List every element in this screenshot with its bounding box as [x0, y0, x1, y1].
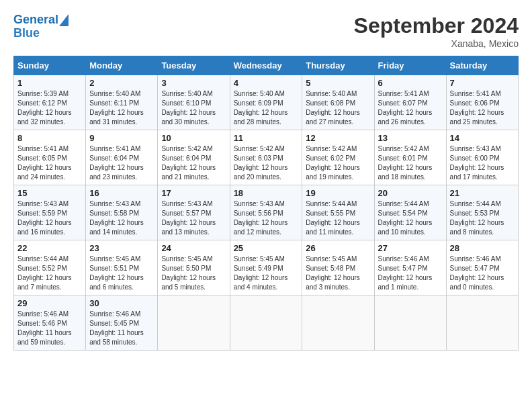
location: Xanaba, Mexico	[354, 38, 519, 49]
day-header-friday: Friday	[374, 56, 446, 75]
calendar-table: SundayMondayTuesdayWednesdayThursdayFrid…	[13, 56, 519, 351]
calendar-day-28: 28Sunrise: 5:46 AM Sunset: 5:47 PM Dayli…	[446, 240, 518, 295]
calendar-day-12: 12Sunrise: 5:42 AM Sunset: 6:02 PM Dayli…	[302, 130, 374, 185]
calendar-week-3: 15Sunrise: 5:43 AM Sunset: 5:59 PM Dayli…	[14, 185, 519, 240]
calendar-day-9: 9Sunrise: 5:41 AM Sunset: 6:04 PM Daylig…	[86, 130, 158, 185]
calendar-day-30: 30Sunrise: 5:46 AM Sunset: 5:45 PM Dayli…	[86, 295, 158, 351]
calendar-week-4: 22Sunrise: 5:44 AM Sunset: 5:52 PM Dayli…	[14, 240, 519, 295]
calendar-day-19: 19Sunrise: 5:44 AM Sunset: 5:55 PM Dayli…	[302, 185, 374, 240]
calendar-day-20: 20Sunrise: 5:44 AM Sunset: 5:54 PM Dayli…	[374, 185, 446, 240]
calendar-day-27: 27Sunrise: 5:46 AM Sunset: 5:47 PM Dayli…	[374, 240, 446, 295]
calendar-day-26: 26Sunrise: 5:45 AM Sunset: 5:48 PM Dayli…	[302, 240, 374, 295]
day-header-sunday: Sunday	[14, 56, 86, 75]
calendar-day-16: 16Sunrise: 5:43 AM Sunset: 5:58 PM Dayli…	[86, 185, 158, 240]
page-header: General Blue September 2024 Xanaba, Mexi…	[13, 13, 519, 49]
calendar-week-1: 1Sunrise: 5:39 AM Sunset: 6:12 PM Daylig…	[14, 75, 519, 130]
calendar-day-21: 21Sunrise: 5:44 AM Sunset: 5:53 PM Dayli…	[446, 185, 518, 240]
calendar-day-10: 10Sunrise: 5:42 AM Sunset: 6:04 PM Dayli…	[158, 130, 230, 185]
empty-cell	[374, 295, 446, 351]
calendar-day-11: 11Sunrise: 5:42 AM Sunset: 6:03 PM Dayli…	[230, 130, 302, 185]
calendar-day-29: 29Sunrise: 5:46 AM Sunset: 5:46 PM Dayli…	[14, 295, 86, 351]
day-header-saturday: Saturday	[446, 56, 518, 75]
calendar-day-13: 13Sunrise: 5:42 AM Sunset: 6:01 PM Dayli…	[374, 130, 446, 185]
calendar-day-14: 14Sunrise: 5:43 AM Sunset: 6:00 PM Dayli…	[446, 130, 518, 185]
empty-cell	[158, 295, 230, 351]
logo-icon	[59, 14, 69, 26]
calendar-day-1: 1Sunrise: 5:39 AM Sunset: 6:12 PM Daylig…	[14, 75, 86, 130]
day-header-wednesday: Wednesday	[230, 56, 302, 75]
calendar-day-5: 5Sunrise: 5:40 AM Sunset: 6:08 PM Daylig…	[302, 75, 374, 130]
empty-cell	[230, 295, 302, 351]
calendar-day-7: 7Sunrise: 5:41 AM Sunset: 6:06 PM Daylig…	[446, 75, 518, 130]
calendar-day-6: 6Sunrise: 5:41 AM Sunset: 6:07 PM Daylig…	[374, 75, 446, 130]
day-header-monday: Monday	[86, 56, 158, 75]
day-header-tuesday: Tuesday	[158, 56, 230, 75]
calendar-day-17: 17Sunrise: 5:43 AM Sunset: 5:57 PM Dayli…	[158, 185, 230, 240]
calendar-day-23: 23Sunrise: 5:45 AM Sunset: 5:51 PM Dayli…	[86, 240, 158, 295]
calendar-day-15: 15Sunrise: 5:43 AM Sunset: 5:59 PM Dayli…	[14, 185, 86, 240]
calendar-day-22: 22Sunrise: 5:44 AM Sunset: 5:52 PM Dayli…	[14, 240, 86, 295]
empty-cell	[446, 295, 518, 351]
month-title: September 2024	[354, 13, 519, 38]
calendar-week-2: 8Sunrise: 5:41 AM Sunset: 6:05 PM Daylig…	[14, 130, 519, 185]
calendar-day-4: 4Sunrise: 5:40 AM Sunset: 6:09 PM Daylig…	[230, 75, 302, 130]
calendar-day-2: 2Sunrise: 5:40 AM Sunset: 6:11 PM Daylig…	[86, 75, 158, 130]
calendar-day-3: 3Sunrise: 5:40 AM Sunset: 6:10 PM Daylig…	[158, 75, 230, 130]
logo-text-general: General	[13, 13, 58, 27]
svg-marker-0	[59, 14, 69, 26]
calendar-day-18: 18Sunrise: 5:43 AM Sunset: 5:56 PM Dayli…	[230, 185, 302, 240]
days-header-row: SundayMondayTuesdayWednesdayThursdayFrid…	[14, 56, 519, 75]
day-header-thursday: Thursday	[302, 56, 374, 75]
logo-text-blue: Blue	[13, 26, 40, 40]
empty-cell	[302, 295, 374, 351]
logo: General Blue	[13, 13, 69, 40]
calendar-day-8: 8Sunrise: 5:41 AM Sunset: 6:05 PM Daylig…	[14, 130, 86, 185]
calendar-day-25: 25Sunrise: 5:45 AM Sunset: 5:49 PM Dayli…	[230, 240, 302, 295]
title-block: September 2024 Xanaba, Mexico	[354, 13, 519, 49]
calendar-week-5: 29Sunrise: 5:46 AM Sunset: 5:46 PM Dayli…	[14, 295, 519, 351]
calendar-day-24: 24Sunrise: 5:45 AM Sunset: 5:50 PM Dayli…	[158, 240, 230, 295]
